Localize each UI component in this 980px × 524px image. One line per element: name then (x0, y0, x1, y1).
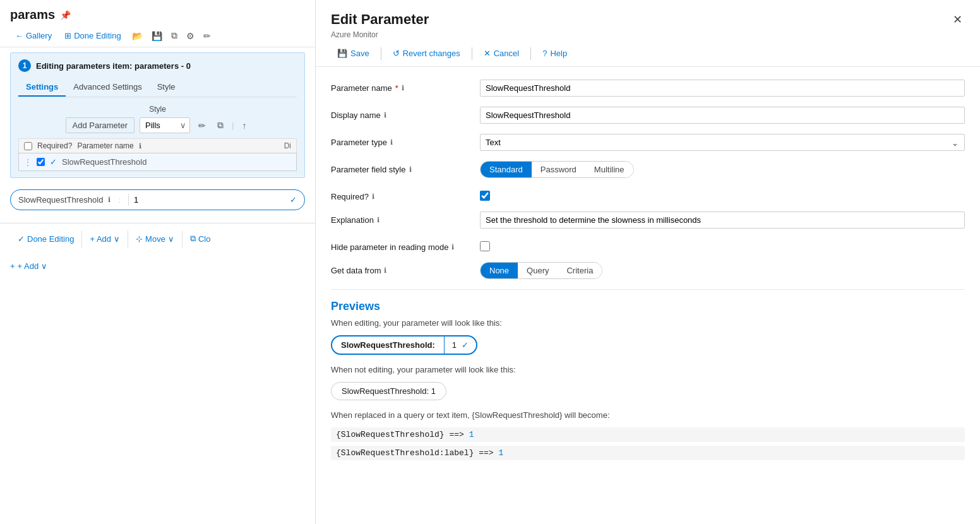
required-checkbox[interactable] (480, 191, 490, 201)
arrow-left-icon: ← (15, 31, 23, 40)
move-up-button[interactable]: ↑ (239, 119, 249, 133)
param-name-label: Parameter name * ℹ (331, 80, 470, 93)
add-bottom-button[interactable]: + + Add ∨ (10, 261, 47, 271)
required-header: Required? (37, 141, 72, 150)
bottom-actions: ✓ Done Editing + Add ∨ ⊹ Move ∨ ⧉ Clo (10, 230, 305, 247)
field-style-password[interactable]: Password (532, 162, 585, 177)
explanation-label: Explanation ℹ (331, 211, 470, 225)
editing-preview-text: When editing, your parameter will look l… (331, 318, 965, 328)
pill-active-value: 1 (452, 340, 457, 350)
editing-section: 1 Editing parameters item: parameters - … (10, 52, 305, 178)
get-data-criteria[interactable]: Criteria (558, 263, 602, 278)
chevron-icon: ∨ (41, 261, 47, 271)
param-name-info-icon: ℹ (402, 84, 404, 92)
folder-button[interactable]: 📂 (129, 29, 146, 43)
field-style-standard[interactable]: Standard (481, 162, 532, 177)
hide-param-row: Hide parameter in reading mode ℹ (331, 239, 965, 252)
style-select[interactable]: Pills Tabs Links (140, 117, 190, 133)
get-data-label: Get data from ℹ (331, 262, 470, 275)
get-data-info-icon: ℹ (384, 266, 386, 275)
display-name-control (480, 107, 965, 124)
clone-action-button[interactable]: ⧉ Clo (182, 230, 218, 247)
param-type-info-icon: ℹ (390, 138, 393, 146)
param-type-row: Parameter type ℹ Text Integer Boolean Da… (331, 134, 965, 151)
edit-style-button[interactable]: ✏ (195, 119, 209, 133)
pill-static-preview: SlowRequestThreshold: 1 (331, 382, 446, 400)
field-style-multiline[interactable]: Multiline (585, 162, 633, 177)
hide-param-checkbox[interactable] (480, 241, 490, 251)
settings-button[interactable]: ⚙ (183, 29, 198, 43)
edit-button[interactable]: ✏ (200, 29, 214, 43)
display-name-input[interactable] (480, 107, 965, 124)
check-icon: ✓ (50, 157, 57, 167)
disp-header: Di (284, 141, 291, 150)
move-action-button[interactable]: ⊹ Move ∨ (128, 230, 182, 247)
page-title: params (10, 8, 55, 22)
pill-active-label: SlowRequestThreshold: (332, 336, 445, 354)
done-editing-button[interactable]: ✓ Done Editing (10, 230, 82, 247)
rt-revert-button[interactable]: ↺ Revert changes (386, 45, 467, 61)
drag-handle-icon[interactable]: ⋮ (24, 158, 32, 167)
param-name-header: Parameter name (77, 141, 133, 150)
cancel-icon: ✕ (484, 49, 491, 58)
code-line-2: {SlowRequestThreshold:label} ==> 1 (331, 446, 965, 460)
pill-static-label: SlowRequestThreshold: 1 (342, 386, 436, 396)
tab-advanced-settings[interactable]: Advanced Settings (66, 78, 149, 97)
not-editing-preview-text: When not editing, your parameter will lo… (331, 365, 965, 374)
close-button[interactable]: ✕ (950, 10, 965, 29)
clone-icon: ⧉ (190, 234, 196, 244)
rt-help-button[interactable]: ? Help (536, 45, 573, 61)
style-label: Style (18, 105, 297, 114)
required-label: Required? ℹ (331, 188, 470, 201)
editing-header: 1 Editing parameters item: parameters - … (18, 59, 297, 72)
chevron-add-icon: ∨ (114, 234, 120, 244)
right-toolbar: 💾 Save ↺ Revert changes ✕ Cancel ? Help (331, 45, 965, 61)
toolbar: ← Gallery ⊞ Done Editing 📂 💾 ⧉ ⚙ ✏ (0, 25, 315, 47)
done-edit-icon: ⊞ (64, 31, 71, 40)
copy-button[interactable]: ⧉ (168, 28, 181, 43)
save-icon: 💾 (152, 31, 162, 41)
add-action-button[interactable]: + Add ∨ (82, 230, 128, 247)
field-style-radio-group: Standard Password Multiline (480, 161, 634, 178)
field-style-label: Parameter field style ℹ (331, 161, 470, 174)
right-panel: Edit Parameter ✕ Azure Monitor 💾 Save ↺ … (316, 0, 980, 524)
get-data-radio-group: None Query Criteria (480, 262, 602, 279)
param-preview-label: SlowRequestThreshold (18, 195, 103, 205)
rt-divider-1 (381, 47, 381, 60)
add-parameter-button[interactable]: Add Parameter (66, 117, 134, 133)
tab-settings[interactable]: Settings (18, 78, 66, 97)
done-editing-top-button[interactable]: ⊞ Done Editing (59, 28, 126, 43)
display-name-row: Display name ℹ (331, 107, 965, 124)
param-name-cell: SlowRequestThreshold (62, 157, 291, 167)
rt-save-button[interactable]: 💾 Save (331, 45, 376, 61)
bottom-action-bar: ✓ Done Editing + Add ∨ ⊹ Move ∨ ⧉ Clo (0, 223, 315, 254)
save-button[interactable]: 💾 (148, 29, 165, 43)
style-row: Add Parameter Pills Tabs Links ∨ ✏ ⧉ | ↑ (18, 117, 297, 133)
param-preview-section: SlowRequestThreshold ℹ : ✓ (0, 183, 315, 223)
hide-param-info-icon: ℹ (451, 243, 454, 251)
gallery-button[interactable]: ← Gallery (10, 28, 57, 43)
pin-icon[interactable]: 📌 (60, 10, 71, 20)
form-content: Parameter name * ℹ Display name ℹ Parame… (316, 67, 980, 524)
explanation-input[interactable] (480, 211, 965, 229)
copy-style-button[interactable]: ⧉ (214, 118, 227, 133)
editing-number: 1 (18, 59, 31, 72)
param-name-input[interactable] (480, 80, 965, 97)
select-all-checkbox[interactable] (24, 142, 32, 150)
get-data-query[interactable]: Query (518, 263, 558, 278)
rt-cancel-button[interactable]: ✕ Cancel (477, 45, 525, 61)
param-type-select[interactable]: Text Integer Boolean Date/Time Range Res… (480, 134, 965, 151)
display-name-info-icon: ℹ (384, 111, 386, 119)
divider: | (232, 121, 234, 130)
get-data-none[interactable]: None (481, 263, 518, 278)
preview-divider: : (118, 195, 121, 205)
editing-title: Editing parameters item: parameters - 0 (36, 61, 191, 71)
pill-input-area: 1 ✓ (445, 336, 476, 354)
tab-style[interactable]: Style (150, 78, 183, 97)
save-rt-icon: 💾 (337, 49, 347, 58)
param-type-label: Parameter type ℹ (331, 134, 470, 147)
param-checkbox[interactable] (37, 158, 45, 166)
hide-param-label: Hide parameter in reading mode ℹ (331, 239, 470, 252)
rt-divider-3 (530, 47, 531, 60)
param-preview-input[interactable] (128, 194, 285, 206)
